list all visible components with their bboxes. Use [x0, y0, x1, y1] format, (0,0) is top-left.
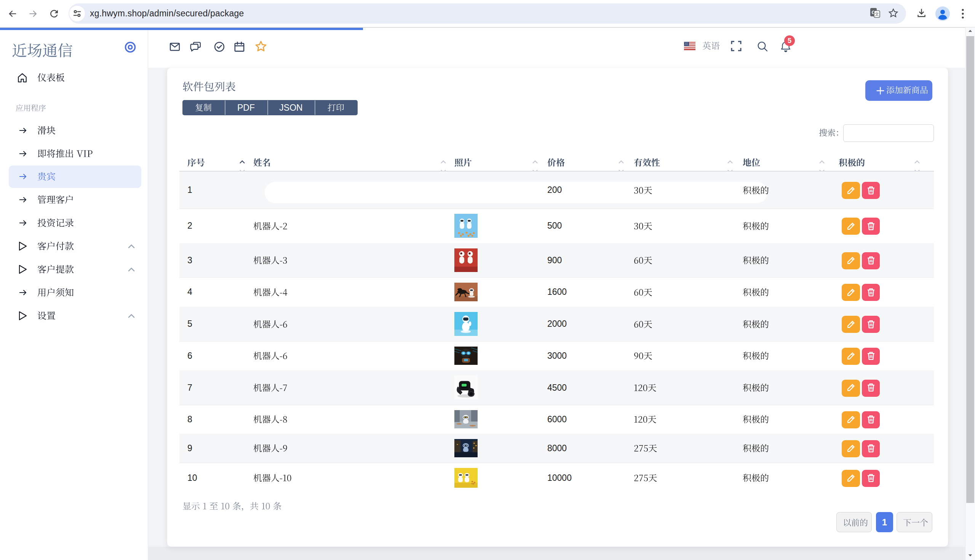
- svg-text:文: 文: [875, 12, 880, 17]
